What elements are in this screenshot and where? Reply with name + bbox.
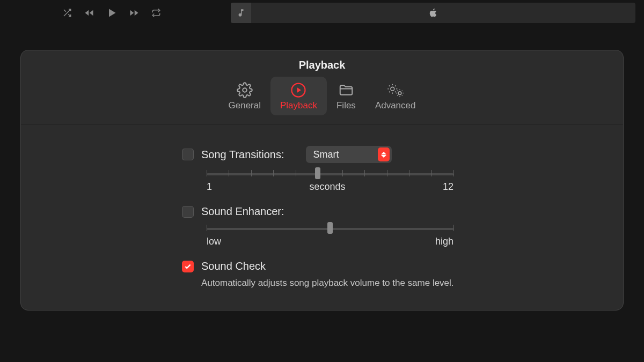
dropdown-value: Smart [313, 149, 378, 160]
slider-handle[interactable] [327, 222, 333, 234]
svg-point-3 [391, 87, 394, 91]
slider-min-label: 1 [207, 181, 212, 193]
tab-label: General [229, 100, 261, 111]
slider-handle[interactable] [315, 167, 320, 179]
tab-bar: General Playback Files Advanced [21, 77, 623, 124]
tab-label: Advanced [375, 100, 416, 111]
transport-controls [62, 7, 161, 19]
song-transitions-dropdown[interactable]: Smart [306, 146, 392, 163]
fast-forward-icon[interactable] [129, 8, 140, 18]
sound-check-checkbox[interactable] [182, 261, 194, 272]
enhancer-slider-labels: low high [207, 236, 453, 247]
top-bar [0, 0, 644, 26]
transitions-slider-block: 1 seconds 12 [207, 168, 580, 193]
music-note-icon [231, 3, 251, 23]
sound-enhancer-checkbox[interactable] [182, 206, 194, 218]
transitions-slider[interactable] [207, 168, 453, 178]
settings-body: Song Transitions: Smart 1 seconds 12 [21, 124, 623, 289]
apple-logo-icon [428, 8, 438, 18]
slider-min-label: low [207, 236, 221, 247]
dropdown-stepper-icon [378, 147, 390, 161]
enhancer-slider-block: low high [207, 223, 580, 247]
folder-icon [338, 81, 354, 99]
tab-label: Playback [280, 100, 317, 111]
svg-point-4 [398, 92, 401, 95]
sound-check-label: Sound Check [201, 260, 266, 272]
tab-advanced[interactable]: Advanced [365, 77, 426, 115]
song-transitions-label: Song Transitions: [201, 149, 284, 161]
tab-files[interactable]: Files [327, 77, 365, 115]
repeat-icon[interactable] [151, 8, 161, 18]
gear-icon [237, 81, 253, 99]
sound-check-description: Automatically adjusts song playback volu… [201, 278, 580, 289]
svg-point-0 [243, 88, 247, 92]
preferences-panel: Playback General Playback Files Advanced [20, 50, 624, 311]
play-circle-icon [290, 81, 306, 99]
tab-label: Files [336, 100, 356, 111]
play-icon[interactable] [106, 7, 117, 19]
song-transitions-row: Song Transitions: Smart [182, 146, 580, 163]
sound-enhancer-row: Sound Enhancer: [182, 205, 580, 218]
slider-max-label: high [435, 236, 453, 247]
sound-check-row: Sound Check [182, 260, 580, 272]
transitions-slider-labels: 1 seconds 12 [207, 181, 453, 193]
song-transitions-checkbox[interactable] [182, 149, 194, 160]
tab-general[interactable]: General [219, 77, 270, 115]
slider-center-label: seconds [212, 181, 443, 193]
gears-icon [386, 81, 405, 99]
enhancer-slider[interactable] [207, 223, 453, 233]
lcd-display [231, 3, 635, 23]
sound-enhancer-label: Sound Enhancer: [201, 205, 284, 218]
rewind-icon[interactable] [84, 8, 94, 18]
tab-playback[interactable]: Playback [270, 77, 327, 115]
panel-title: Playback [21, 50, 623, 77]
slider-max-label: 12 [443, 181, 453, 193]
shuffle-icon[interactable] [62, 8, 72, 18]
